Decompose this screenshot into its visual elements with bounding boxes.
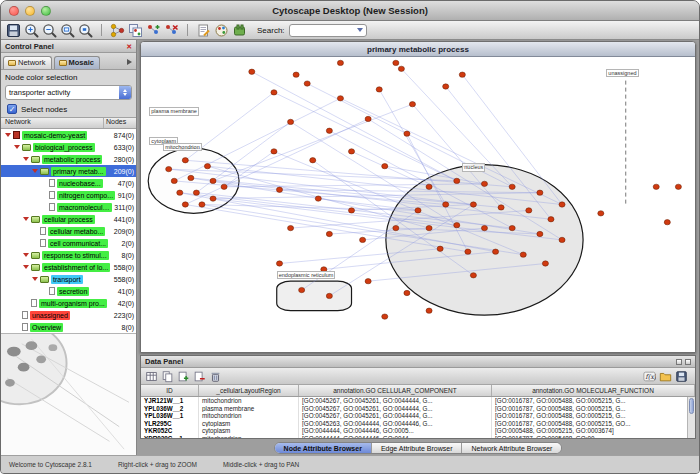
table-row[interactable]: YPL036W__2plasma membrane[GO:0045267, GO… <box>141 405 695 413</box>
column-header[interactable]: annotation.GO MOLECULAR_FUNCTION <box>492 385 695 396</box>
search-input[interactable] <box>290 26 357 35</box>
tree-row[interactable]: cellular process441(0) <box>1 213 136 225</box>
combo-arrows-icon[interactable] <box>119 86 131 99</box>
tree-row[interactable]: nitrogen compo...91(0) <box>1 189 136 201</box>
destroy-network-icon[interactable] <box>164 23 179 38</box>
tree-row[interactable]: cellular metabo...209(0) <box>1 225 136 237</box>
svg-text:f(x): f(x) <box>645 373 656 381</box>
node-count: 633(0) <box>114 144 134 151</box>
tab-mosaic[interactable]: Mosaic <box>54 56 100 69</box>
import-icon[interactable] <box>659 370 672 383</box>
tree-row[interactable]: metabolic process280(0) <box>1 153 136 165</box>
folder-icon <box>40 276 49 283</box>
zoom-in-icon[interactable] <box>24 23 39 38</box>
zoom-fit-icon[interactable] <box>60 23 75 38</box>
first-neighbors-icon[interactable] <box>110 23 125 38</box>
close-icon[interactable]: ✕ <box>126 43 132 50</box>
tree-row[interactable]: macromolecule...311(0) <box>1 201 136 213</box>
table-icon[interactable] <box>145 370 158 383</box>
tree-row[interactable]: multi-organism pro...42(0) <box>1 297 136 309</box>
close-panel-icon[interactable] <box>685 359 691 365</box>
window-titlebar[interactable]: Cytoscape Desktop (New Session) <box>1 1 699 21</box>
table-row[interactable]: YLR295Ccytoplasm[GO:0045263, GO:0044444,… <box>141 420 695 428</box>
table-row[interactable]: YJR121W__1mitochondrion[GO:0045267, GO:0… <box>141 397 695 405</box>
tab-scroll-right-icon[interactable] <box>127 59 132 65</box>
tree-row[interactable]: biological_process633(0) <box>1 141 136 153</box>
table-cell: YLR295C <box>141 420 199 428</box>
column-header[interactable]: _cellularLayoutRegion <box>199 385 299 396</box>
expander-icon[interactable] <box>14 145 20 149</box>
function-builder-icon[interactable]: f(x) <box>643 370 656 383</box>
save-icon[interactable] <box>6 23 21 38</box>
doc-icon <box>49 191 55 199</box>
expander[interactable] <box>31 169 38 173</box>
expander-icon[interactable] <box>32 277 38 281</box>
tree-row[interactable]: transport558(0) <box>1 273 136 285</box>
table-cell: YPL036W__1 <box>141 412 199 420</box>
welcome-text: Welcome to Cytoscape 2.8.1 <box>9 461 92 468</box>
select-nodes-checkbox[interactable]: ✓ <box>7 104 17 114</box>
scrollbar-thumb[interactable] <box>689 398 694 414</box>
network-overview-thumbnail[interactable] <box>1 333 136 455</box>
doc-icon <box>31 299 37 307</box>
nodes-column-header[interactable]: Nodes <box>104 118 136 128</box>
expander[interactable] <box>22 265 29 269</box>
vizmapper-icon[interactable] <box>214 23 229 38</box>
table-scrollbar[interactable] <box>687 397 695 438</box>
network-canvas[interactable]: plasma membranecytoplasmmitochondrionnuc… <box>141 57 695 352</box>
tab-network-attribute-browser[interactable]: Network Attribute Browser <box>462 443 561 453</box>
table-cell: YDR039C__1 <box>141 435 199 439</box>
zoom-out-icon[interactable] <box>42 23 57 38</box>
search-combobox[interactable] <box>289 24 367 37</box>
zoom-region-icon[interactable] <box>78 23 93 38</box>
expander-icon[interactable] <box>5 133 11 137</box>
new-attribute-icon[interactable] <box>177 370 190 383</box>
copy-icon[interactable] <box>161 370 174 383</box>
tree-row[interactable]: secretion41(0) <box>1 285 136 297</box>
export-icon[interactable] <box>675 370 688 383</box>
chevron-down-icon[interactable] <box>357 28 363 32</box>
tree-row[interactable]: establishment of lo...558(0) <box>1 261 136 273</box>
expander-icon[interactable] <box>23 157 29 161</box>
tab-node-attribute-browser[interactable]: Node Attribute Browser <box>275 443 372 453</box>
expander-icon[interactable] <box>23 253 29 257</box>
expander-icon[interactable] <box>23 217 29 221</box>
plugins-icon[interactable] <box>232 23 247 38</box>
table-cell: YKR052C <box>141 427 199 435</box>
tab-network[interactable]: Network <box>3 56 52 69</box>
tree-row[interactable]: nucleobase...47(0) <box>1 177 136 189</box>
tree-row[interactable]: cell communicat...2(0) <box>1 237 136 249</box>
tree-label: primary metab... <box>51 167 106 176</box>
float-panel-icon[interactable] <box>676 359 682 365</box>
tree-row[interactable]: primary metab...209(0) <box>1 165 136 177</box>
expander[interactable] <box>22 157 29 161</box>
column-header[interactable]: ID <box>141 385 199 396</box>
table-row[interactable]: YKR052Ccytoplasm[GO:0044444, GO:0044446,… <box>141 427 695 435</box>
table-cell: [GO:0045267, GO:0045261, GO:0044444, G..… <box>299 405 492 413</box>
expander[interactable] <box>4 133 11 137</box>
new-network-icon[interactable] <box>146 23 161 38</box>
expander[interactable] <box>22 217 29 221</box>
tree-row[interactable]: response to stimul...8(0) <box>1 249 136 261</box>
expander-icon[interactable] <box>32 169 38 173</box>
expander-icon[interactable] <box>23 265 29 269</box>
expander[interactable] <box>13 145 20 149</box>
tree-row[interactable]: Overview8(0) <box>1 321 136 333</box>
network-desktop: primary metabolic process plasma membran… <box>137 40 699 455</box>
network-column-header[interactable]: Network <box>1 118 104 128</box>
delete-attribute-icon[interactable] <box>193 370 206 383</box>
tab-edge-attribute-browser[interactable]: Edge Attribute Browser <box>372 443 463 453</box>
expander[interactable] <box>22 253 29 257</box>
folder-icon <box>31 156 40 163</box>
column-header[interactable]: annotation.GO CELLULAR_COMPONENT <box>299 385 492 396</box>
copy-network-icon[interactable] <box>128 23 143 38</box>
tree-row[interactable]: unassigned223(0) <box>1 309 136 321</box>
expander[interactable] <box>31 277 38 281</box>
node-color-select[interactable]: transporter activity <box>5 85 132 100</box>
table-row[interactable]: YPL036W__1mitochondrion[GO:0045267, GO:0… <box>141 412 695 420</box>
annotation-icon[interactable] <box>196 23 211 38</box>
trash-icon[interactable] <box>209 370 222 383</box>
table-row[interactable]: YDR039C__1mitochondrion[GO:0044444, GO:0… <box>141 435 695 439</box>
network-window-titlebar[interactable]: primary metabolic process <box>141 42 695 57</box>
tree-row[interactable]: mosaic-demo-yeast874(0) <box>1 129 136 141</box>
